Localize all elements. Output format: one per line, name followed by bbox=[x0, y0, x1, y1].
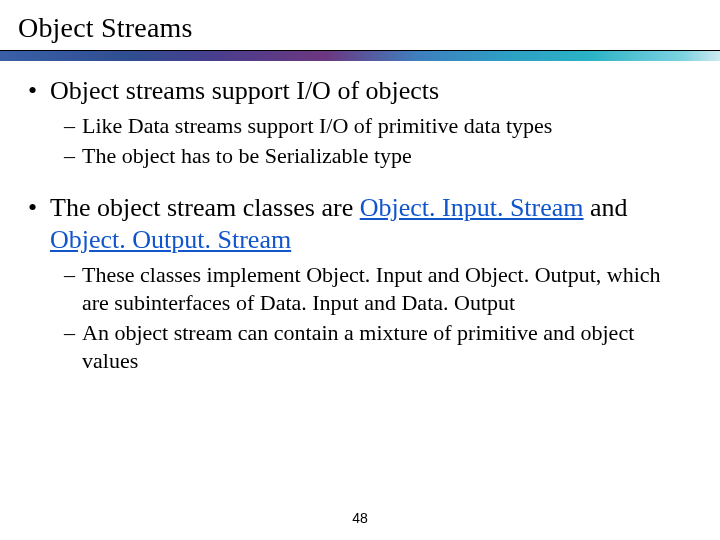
page-number: 48 bbox=[0, 510, 720, 526]
slide: Object Streams Object streams support I/… bbox=[0, 0, 720, 540]
bullet-1-text: Object streams support I/O of objects bbox=[50, 76, 439, 105]
accent-bar bbox=[0, 51, 720, 61]
bullet-1-sub-1: Like Data streams support I/O of primiti… bbox=[64, 112, 692, 140]
bullet-2-mid: and bbox=[584, 193, 628, 222]
link-object-input-stream[interactable]: Object. Input. Stream bbox=[360, 193, 584, 222]
bullet-2-pre: The object stream classes are bbox=[50, 193, 360, 222]
bullet-2-sub-1: These classes implement Object. Input an… bbox=[64, 261, 692, 317]
slide-title: Object Streams bbox=[0, 0, 720, 51]
link-object-output-stream[interactable]: Object. Output. Stream bbox=[50, 225, 291, 254]
slide-body: Object streams support I/O of objects Li… bbox=[0, 61, 720, 375]
bullet-2: The object stream classes are Object. In… bbox=[28, 192, 692, 376]
bullet-2-sub-2: An object stream can contain a mixture o… bbox=[64, 319, 692, 375]
bullet-1-sub-2: The object has to be Serializable type bbox=[64, 142, 692, 170]
bullet-1: Object streams support I/O of objects Li… bbox=[28, 75, 692, 170]
